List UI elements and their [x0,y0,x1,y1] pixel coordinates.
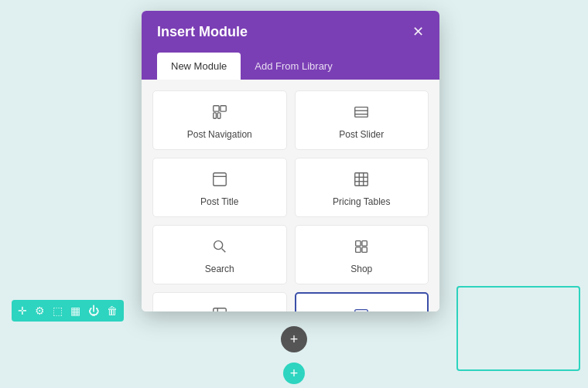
svg-rect-19 [362,247,367,252]
slider-icon [353,306,370,311]
module-label-post-title: Post Title [200,196,238,207]
copy-icon[interactable]: ⬚ [53,305,63,317]
module-item-search[interactable]: Search [152,225,287,284]
svg-rect-2 [214,113,217,118]
svg-rect-4 [355,107,368,117]
post-title-icon [211,171,228,190]
post-slider-icon [353,104,370,123]
svg-rect-22 [355,310,368,311]
svg-rect-17 [362,241,367,246]
columns-icon[interactable]: ▦ [70,305,80,317]
module-item-pricing-tables[interactable]: Pricing Tables [295,158,429,217]
row-toolbar: ✛ ⚙ ⬚ ▦ ⏻ 🗑 [12,300,124,322]
svg-rect-16 [356,241,361,246]
svg-rect-3 [217,113,220,118]
modal-close-button[interactable]: ✕ [412,23,424,40]
svg-rect-18 [356,247,361,252]
pricing-tables-icon [353,171,370,190]
power-icon[interactable]: ⏻ [88,305,99,317]
move-icon[interactable]: ✛ [18,305,27,317]
module-grid: Post Navigation Post Slider Post Titl [142,80,439,311]
post-navigation-icon [211,104,228,123]
search-icon [211,238,228,257]
module-label-pricing-tables: Pricing Tables [333,196,390,207]
sidebar-icon [211,306,228,311]
module-label-post-slider: Post Slider [339,129,384,140]
svg-point-14 [214,241,222,250]
svg-rect-9 [355,173,368,186]
svg-rect-0 [214,106,219,111]
module-label-post-navigation: Post Navigation [187,129,252,140]
module-item-post-slider[interactable]: Post Slider [295,90,429,150]
tab-add-from-library[interactable]: Add From Library [241,53,346,80]
module-item-shop[interactable]: Shop [295,225,429,284]
module-item-post-navigation[interactable]: Post Navigation [152,90,287,150]
svg-rect-1 [220,106,226,111]
module-item-sidebar[interactable]: Sidebar [152,292,287,311]
module-label-search: Search [205,264,234,274]
add-section-button[interactable]: + [281,326,307,352]
svg-line-15 [222,249,226,253]
trash-icon[interactable]: 🗑 [107,305,118,317]
svg-rect-7 [214,173,227,186]
insert-module-modal: Insert Module ✕ New Module Add From Libr… [142,11,439,311]
teal-content-box [456,286,580,371]
module-item-slider[interactable]: Slider [295,292,429,311]
tab-new-module[interactable]: New Module [157,53,241,80]
modal-tab-bar: New Module Add From Library [142,53,439,80]
shop-icon [353,238,370,257]
modal-title: Insert Module [157,24,248,40]
settings-icon[interactable]: ⚙ [35,305,45,317]
module-item-post-title[interactable]: Post Title [152,158,287,217]
modal-header: Insert Module ✕ [142,11,439,53]
module-label-shop: Shop [350,264,372,274]
add-row-button[interactable]: + [283,362,305,384]
svg-rect-20 [214,308,227,311]
